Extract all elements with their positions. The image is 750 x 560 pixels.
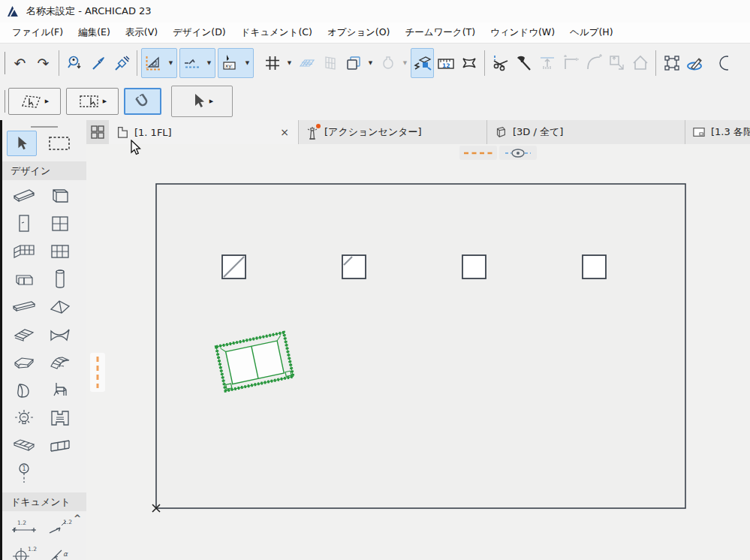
marquee-restrict-button[interactable]	[457, 48, 480, 78]
tool-mesh[interactable]	[42, 348, 78, 376]
rotated-grid-button[interactable]	[295, 48, 318, 78]
snap-guides-dropdown[interactable]: ▼	[203, 49, 215, 77]
menu-teamwork[interactable]: チームワーク(T)	[397, 23, 483, 42]
menu-file[interactable]: ファイル(F)	[5, 23, 71, 42]
tool-marquee[interactable]	[44, 131, 74, 156]
layers-dropdown[interactable]: ▼	[365, 48, 376, 78]
tab-layout[interactable]: [1.3 各階平	[685, 120, 750, 144]
tool-arrow[interactable]	[7, 131, 37, 156]
measure-button[interactable]: 12	[434, 48, 457, 78]
redo-button[interactable]: ↷	[32, 48, 55, 78]
resize-button[interactable]	[605, 48, 628, 78]
toolbox-section-document[interactable]: ドキュメント	[2, 492, 86, 511]
tab-3d-all[interactable]: [3D / 全て]	[487, 120, 685, 144]
pick-up-parameters-button[interactable]	[86, 48, 110, 78]
edit-selection-set-button[interactable]	[660, 48, 683, 78]
tool-dimension-level[interactable]: 1.2	[6, 540, 42, 560]
toolbox-scroll-up[interactable]: ^	[74, 513, 81, 524]
toolbar-drag-handle[interactable]	[5, 52, 5, 74]
grid-snap-button[interactable]	[261, 48, 284, 78]
snap-guides-button[interactable]	[180, 49, 203, 77]
tool-zone[interactable]	[42, 404, 78, 432]
tool-lamp[interactable]	[6, 404, 42, 432]
grid-snap-dropdown[interactable]: ▼	[284, 48, 295, 78]
inject-parameters-button[interactable]	[110, 48, 133, 78]
menu-design[interactable]: デザイン(D)	[165, 23, 233, 42]
layers-button[interactable]	[342, 48, 365, 78]
menu-edit[interactable]: 編集(E)	[71, 23, 118, 42]
tool-morph[interactable]	[6, 376, 42, 404]
tab-overview-button[interactable]	[86, 120, 109, 144]
tool-beam[interactable]	[6, 293, 42, 321]
trace-reference-button[interactable]	[411, 48, 434, 78]
floor-plan-canvas[interactable]	[86, 144, 750, 560]
tool-railing[interactable]	[42, 432, 78, 459]
tab-close-icon[interactable]: ×	[278, 126, 291, 138]
guide-lines-dropdown[interactable]: ▼	[165, 49, 176, 77]
gravity-button[interactable]	[376, 48, 399, 78]
tool-wall[interactable]	[6, 182, 42, 209]
column-3[interactable]	[462, 255, 486, 278]
tool-shell[interactable]	[42, 321, 78, 348]
arrow-tool-button[interactable]: ▶	[171, 86, 233, 117]
highlight-edit-button[interactable]	[683, 48, 706, 78]
tool-door-panel[interactable]	[42, 182, 78, 209]
toolbox-drag-handle[interactable]	[31, 126, 58, 128]
grid-display-button[interactable]	[318, 48, 342, 78]
gravity-dropdown[interactable]: ▼	[399, 48, 411, 78]
tool-column[interactable]	[42, 265, 78, 293]
flyout-arrow-icon: ▶	[45, 98, 49, 104]
railing-icon	[49, 438, 71, 454]
tab-action-center[interactable]: [アクションセンター]	[299, 120, 487, 144]
marquee-rectangle-button[interactable]: ▶	[66, 88, 119, 115]
tool-dimension-linear[interactable]: 1.2	[6, 513, 42, 540]
trace-visibility-toggle[interactable]	[499, 146, 537, 160]
snap-guides-group: ▼	[179, 48, 215, 78]
fillet-chamfer-button[interactable]	[582, 48, 605, 78]
tool-skylight[interactable]	[6, 321, 42, 348]
tool-dimension-angle[interactable]: α	[42, 540, 78, 560]
trace-reference-toggle[interactable]	[459, 146, 497, 160]
vertical-grid-icon	[321, 54, 339, 72]
menu-options[interactable]: オプション(O)	[320, 23, 398, 42]
tool-door[interactable]	[6, 209, 42, 237]
guide-lines-button[interactable]	[142, 49, 165, 77]
trim-button[interactable]	[489, 48, 512, 78]
edge-clipped-button[interactable]	[706, 48, 730, 78]
menu-document[interactable]: ドキュメント(C)	[233, 23, 320, 42]
tool-opening[interactable]	[6, 265, 42, 293]
tool-slab[interactable]	[6, 348, 42, 376]
guide-lines-group: ▼	[141, 48, 177, 78]
home-story-button[interactable]	[628, 48, 652, 78]
find-select-button[interactable]	[63, 48, 86, 78]
column-4[interactable]	[583, 255, 606, 278]
adjust-button[interactable]	[535, 48, 559, 78]
marquee-icon	[48, 135, 71, 152]
split-button[interactable]	[512, 48, 535, 78]
toolbox-section-design[interactable]: デザイン	[2, 161, 86, 180]
slab-outline[interactable]	[156, 184, 685, 508]
menu-help[interactable]: ヘルプ(H)	[562, 23, 621, 42]
menu-window[interactable]: ウィンドウ(W)	[483, 23, 562, 42]
tool-curtain-wall-corner[interactable]	[6, 237, 42, 265]
tool-dimension-elevation[interactable]: 1.2	[42, 513, 78, 540]
tracker-dropdown[interactable]: ▼	[242, 49, 253, 77]
tracker-button[interactable]: xy:	[218, 49, 242, 77]
tool-curtain-wall[interactable]	[42, 237, 78, 265]
trace-reference-handle[interactable]	[90, 353, 105, 392]
tool-roof[interactable]	[42, 293, 78, 321]
tool-stair[interactable]	[6, 432, 42, 459]
tool-window[interactable]	[42, 209, 78, 237]
column-2[interactable]	[342, 255, 366, 278]
tab-label: [1. 1FL]	[134, 127, 172, 138]
tool-grid-element[interactable]: 1	[6, 459, 42, 487]
intersect-button[interactable]	[559, 48, 582, 78]
column-1[interactable]	[222, 255, 245, 278]
magnet-toggle-button[interactable]	[124, 88, 161, 115]
undo-button[interactable]: ↶	[8, 48, 32, 78]
marquee-polygon-button[interactable]: ▶	[8, 88, 61, 115]
tool-object[interactable]	[42, 376, 78, 404]
magnifier-icon	[66, 54, 84, 72]
menu-view[interactable]: 表示(V)	[118, 23, 165, 42]
toolbar-drag-handle[interactable]	[5, 90, 5, 113]
